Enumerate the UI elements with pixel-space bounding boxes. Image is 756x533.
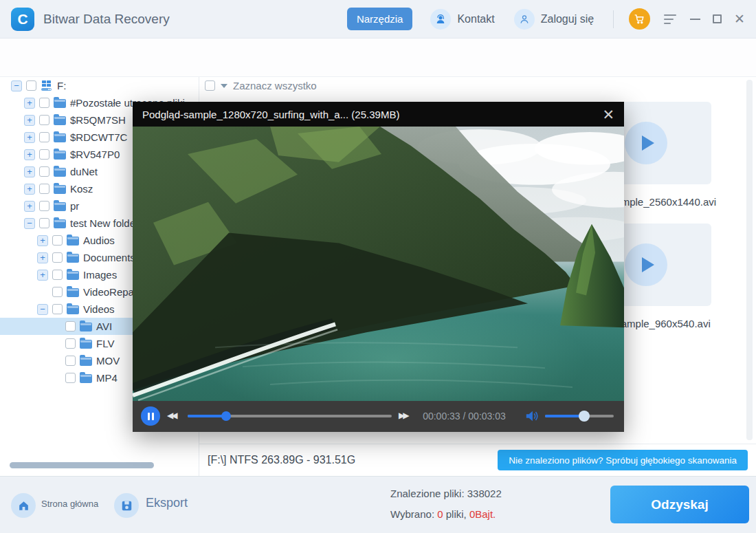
- progress-thumb[interactable]: [221, 411, 231, 421]
- home-label: Strona główna: [41, 499, 98, 509]
- deep-scan-button[interactable]: Nie znaleziono plików? Spróbuj głębokieg…: [498, 450, 748, 470]
- horizontal-scrollbar[interactable]: [10, 462, 154, 468]
- folder-icon: [67, 288, 79, 297]
- fast-forward-icon[interactable]: ▶▶: [399, 411, 407, 420]
- tree-item-label: AVI: [96, 320, 112, 332]
- selected-size: 0Bajt.: [469, 508, 496, 520]
- checkbox[interactable]: [52, 287, 63, 297]
- maximize-button[interactable]: [713, 14, 722, 23]
- cart-button[interactable]: [629, 8, 650, 30]
- footer-bar: Strona główna Eksport Znalezione pliki: …: [0, 476, 756, 533]
- selected-files-label: Wybrano: 0 pliki, 0Bajt.: [390, 508, 496, 520]
- folder-icon: [67, 305, 79, 314]
- tree-item-label: $R5QM7SH: [70, 114, 126, 126]
- checkbox[interactable]: [26, 80, 36, 91]
- checkbox[interactable]: [39, 132, 49, 142]
- checkbox[interactable]: [39, 98, 49, 108]
- play-icon: [642, 135, 654, 151]
- folder-icon: [54, 151, 66, 160]
- plus-expander-icon[interactable]: +: [24, 184, 35, 195]
- folder-icon: [54, 185, 66, 194]
- plus-expander-icon[interactable]: +: [24, 149, 35, 160]
- preview-title-bar: Podgląd-sample_1280x720_surfing_with_a..…: [133, 102, 624, 127]
- tree-item-label: $RV547P0: [70, 149, 120, 160]
- minimize-button[interactable]: [690, 19, 700, 20]
- select-all-row: Zaznacz wszystko: [205, 80, 317, 91]
- tree-item-label: F:: [57, 80, 66, 91]
- minus-expander-icon[interactable]: −: [11, 80, 22, 91]
- titlebar-divider: [613, 10, 614, 28]
- status-row: [F:\] NTFS 263.89G - 931.51G Nie znalezi…: [199, 444, 756, 476]
- progress-bar[interactable]: [188, 415, 392, 417]
- select-all-checkbox[interactable]: [205, 80, 215, 91]
- folder-icon: [80, 323, 92, 331]
- video-frame[interactable]: [133, 127, 624, 401]
- tree-item-label: Audios: [83, 235, 115, 246]
- contact-label: Kontakt: [457, 13, 494, 25]
- checkbox[interactable]: [52, 252, 63, 263]
- plus-expander-icon[interactable]: +: [37, 235, 48, 246]
- progress-fill: [188, 415, 226, 417]
- vertical-scrollbar[interactable]: [746, 80, 753, 440]
- folder-icon: [54, 99, 66, 108]
- play-button[interactable]: [625, 243, 667, 286]
- play-button[interactable]: [625, 122, 667, 164]
- checkbox[interactable]: [52, 304, 63, 314]
- checkbox[interactable]: [39, 218, 49, 228]
- volume-thumb[interactable]: [579, 411, 590, 422]
- plus-expander-icon[interactable]: +: [24, 132, 35, 143]
- chevron-down-icon[interactable]: [221, 84, 227, 88]
- volume-icon[interactable]: [524, 409, 540, 423]
- folder-icon: [67, 254, 79, 263]
- tree-item-label: pr: [70, 200, 79, 212]
- folder-icon: [80, 340, 92, 349]
- checkbox[interactable]: [65, 356, 76, 366]
- contact-button[interactable]: Kontakt: [430, 9, 494, 30]
- plus-expander-icon[interactable]: +: [24, 201, 35, 212]
- select-all-label: Zaznacz wszystko: [233, 80, 317, 91]
- plus-expander-icon[interactable]: +: [37, 270, 48, 281]
- folder-icon: [67, 237, 79, 246]
- player-controls: ◀◀ ▶▶ 00:00:33 / 00:03:03: [133, 401, 624, 432]
- recover-button[interactable]: Odzyskaj: [610, 486, 749, 523]
- export-button[interactable]: [114, 493, 139, 518]
- checkbox[interactable]: [65, 321, 76, 331]
- folder-icon: [54, 133, 66, 142]
- checkbox[interactable]: [39, 149, 49, 160]
- partition-info: [F:\] NTFS 263.89G - 931.51G: [208, 454, 355, 466]
- folder-icon: [80, 374, 92, 383]
- close-preview-icon[interactable]: ✕: [602, 107, 614, 122]
- plus-expander-icon[interactable]: +: [24, 166, 35, 177]
- app-title: Bitwar Data Recovery: [43, 12, 170, 27]
- checkbox[interactable]: [52, 235, 63, 246]
- plus-expander-icon[interactable]: +: [37, 252, 48, 263]
- rewind-icon[interactable]: ◀◀: [167, 411, 175, 420]
- checkbox[interactable]: [52, 270, 63, 280]
- minus-expander-icon[interactable]: −: [24, 218, 35, 229]
- plus-expander-icon[interactable]: +: [24, 98, 35, 109]
- login-label: Zaloguj się: [541, 13, 594, 25]
- checkbox[interactable]: [65, 373, 76, 383]
- pause-button[interactable]: [141, 406, 160, 426]
- plus-expander-icon[interactable]: +: [24, 115, 35, 126]
- checkbox[interactable]: [39, 166, 49, 177]
- home-icon: [17, 499, 30, 512]
- close-button[interactable]: ✕: [734, 12, 745, 25]
- login-button[interactable]: Zaloguj się: [514, 9, 594, 30]
- preview-title: Podgląd-sample_1280x720_surfing_with_a..…: [142, 109, 602, 120]
- time-display: 00:00:33 / 00:03:03: [418, 411, 511, 422]
- minus-expander-icon[interactable]: −: [37, 304, 48, 315]
- checkbox[interactable]: [39, 201, 49, 211]
- menu-icon[interactable]: [664, 14, 676, 24]
- tools-button[interactable]: Narzędzia: [347, 8, 413, 30]
- checkbox[interactable]: [65, 338, 76, 349]
- selected-count: 0: [437, 508, 443, 520]
- home-button[interactable]: [11, 493, 36, 518]
- tree-item-f[interactable]: −F:: [0, 77, 199, 94]
- checkbox[interactable]: [39, 115, 49, 125]
- drive-icon: [41, 80, 53, 91]
- checkbox[interactable]: [39, 184, 49, 194]
- tree-item-label: $RDCWT7C: [70, 131, 127, 143]
- volume-bar[interactable]: [545, 415, 614, 417]
- person-icon: [514, 9, 535, 30]
